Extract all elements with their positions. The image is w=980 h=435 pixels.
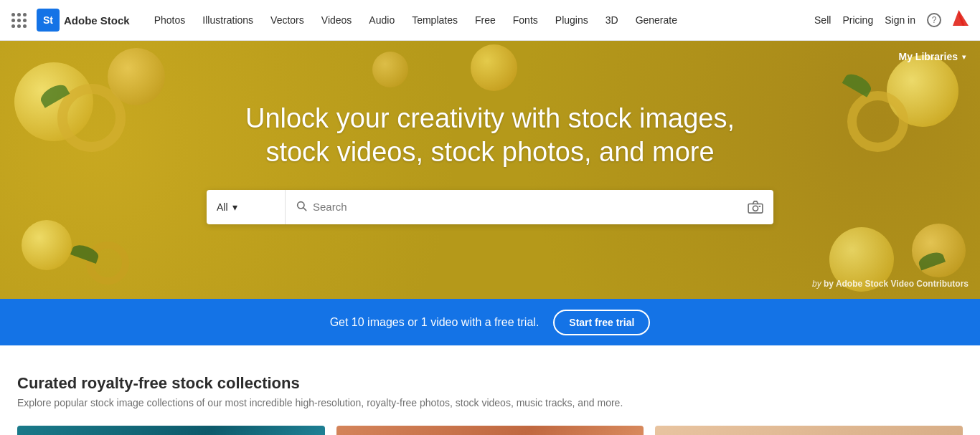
search-category-dropdown[interactable]: All ▾: [207, 190, 286, 224]
logo-text: Adobe Stock: [64, 14, 130, 27]
lemon-ring-deco-2: [86, 242, 129, 285]
lemon-deco-3: [22, 220, 72, 270]
collection-card-3[interactable]: [655, 426, 963, 435]
nav-pricing-link[interactable]: Pricing: [842, 14, 873, 26]
lemon-deco-2: [108, 48, 165, 105]
nav-link-audio[interactable]: Audio: [362, 10, 402, 30]
logo[interactable]: St Adobe Stock: [37, 9, 130, 32]
camera-search-icon[interactable]: [738, 201, 773, 214]
card-1-deco: [17, 426, 325, 435]
card-2-deco: <?= hello, playasdir?> > hello world > _: [336, 426, 644, 435]
help-icon[interactable]: ?: [927, 13, 941, 27]
search-bar: All ▾: [207, 190, 773, 224]
hero-title: Unlock your creativity with stock images…: [207, 102, 773, 170]
lemon-deco-c2: [372, 52, 408, 87]
svg-line-3: [303, 208, 306, 211]
nav-link-vectors[interactable]: Vectors: [263, 10, 311, 30]
navbar: St Adobe Stock Photos Illustrations Vect…: [0, 0, 980, 41]
nav-link-templates[interactable]: Templates: [405, 10, 465, 30]
logo-box: St: [37, 9, 60, 32]
svg-point-5: [753, 206, 758, 211]
lemon-deco-c1: [471, 44, 517, 91]
card-3-deco: [655, 426, 963, 435]
collection-card-2[interactable]: <?= hello, playasdir?> > hello world > _: [336, 426, 644, 435]
collections-subtitle: Explore popular stock image collections …: [17, 397, 963, 408]
hero-content: Unlock your creativity with stock images…: [192, 102, 788, 224]
hero-attribution: by by Adobe Stock Video Contributors: [812, 279, 969, 289]
my-libraries-chevron-icon: ▾: [962, 53, 966, 61]
promo-text: Get 10 images or 1 video with a free tri…: [330, 316, 540, 329]
nav-signin-link[interactable]: Sign in: [885, 14, 915, 26]
collection-card-1[interactable]: [17, 426, 325, 435]
collections-grid: <?= hello, playasdir?> > hello world > _: [17, 426, 963, 435]
search-input[interactable]: [313, 201, 727, 213]
nav-link-free[interactable]: Free: [468, 10, 503, 30]
nav-link-illustrations[interactable]: Illustrations: [195, 10, 260, 30]
nav-sell-link[interactable]: Sell: [814, 14, 831, 26]
category-chevron-icon: ▾: [232, 201, 237, 213]
nav-link-plugins[interactable]: Plugins: [548, 10, 595, 30]
grid-menu-icon[interactable]: [11, 13, 27, 28]
nav-link-videos[interactable]: Videos: [314, 10, 359, 30]
adobe-icon[interactable]: [953, 10, 969, 30]
nav-right: Sell Pricing Sign in ?: [814, 10, 969, 30]
lemon-deco-r2: [912, 224, 966, 277]
svg-rect-6: [759, 206, 761, 207]
nav-link-photos[interactable]: Photos: [147, 10, 193, 30]
promo-banner: Get 10 images or 1 video with a free tri…: [0, 299, 980, 345]
search-icon: [296, 200, 307, 214]
collections-title: Curated royalty-free stock collections: [17, 374, 963, 393]
nav-link-fonts[interactable]: Fonts: [506, 10, 545, 30]
start-free-trial-button[interactable]: Start free trial: [553, 310, 650, 335]
lemon-ring-r1: [847, 91, 908, 152]
collections-section: Curated royalty-free stock collections E…: [0, 345, 980, 435]
search-input-wrap: [286, 200, 738, 214]
hero-section: My Libraries ▾ Unlock your creativity wi…: [0, 41, 980, 299]
nav-link-3d[interactable]: 3D: [598, 10, 626, 30]
my-libraries-button[interactable]: My Libraries ▾: [899, 51, 966, 62]
nav-link-generate[interactable]: Generate: [628, 10, 684, 30]
nav-links: Photos Illustrations Vectors Videos Audi…: [147, 10, 814, 30]
